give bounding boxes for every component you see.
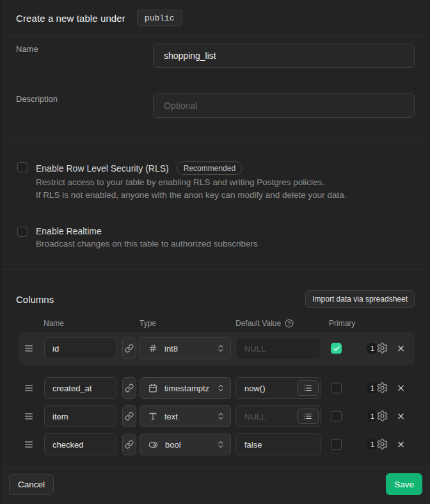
column-settings-button[interactable]: 1 bbox=[367, 342, 392, 355]
column-name-input[interactable] bbox=[44, 337, 116, 359]
column-type-value: bool bbox=[165, 440, 216, 450]
realtime-body: Enable Realtime Broadcast changes on thi… bbox=[36, 226, 258, 250]
gear-icon bbox=[376, 342, 388, 354]
gear-icon bbox=[376, 410, 388, 422]
column-row-checked: bool 1 bbox=[16, 430, 415, 459]
remove-column-button[interactable] bbox=[396, 412, 406, 421]
column-header-default-label: Default Value bbox=[235, 319, 281, 328]
column-header-default: Default Value bbox=[235, 319, 294, 328]
column-default-input[interactable] bbox=[235, 337, 321, 359]
primary-checkbox[interactable] bbox=[331, 439, 342, 450]
toggle-icon bbox=[148, 440, 158, 450]
column-name-input[interactable] bbox=[44, 434, 116, 455]
link-icon bbox=[125, 344, 134, 353]
column-type-select[interactable]: text bbox=[139, 405, 231, 427]
column-default-wrap bbox=[235, 337, 321, 359]
chevrons-up-down-icon bbox=[216, 440, 225, 449]
column-type-select[interactable]: bool bbox=[139, 434, 231, 455]
panel-footer: Cancel Save bbox=[1, 467, 430, 504]
realtime-title-row: Enable Realtime bbox=[36, 226, 258, 236]
columns-title: Columns bbox=[16, 294, 54, 305]
foreign-key-button[interactable] bbox=[122, 377, 136, 399]
column-settings-button[interactable]: 1 bbox=[367, 382, 392, 394]
text-type-icon bbox=[148, 412, 157, 421]
drag-handle-icon[interactable] bbox=[24, 343, 34, 354]
remove-column-button[interactable] bbox=[396, 384, 406, 393]
rls-description-line2: If RLS is not enabled, anyone with the a… bbox=[36, 189, 347, 202]
realtime-checkbox[interactable] bbox=[17, 227, 28, 237]
table-description-input[interactable] bbox=[153, 93, 415, 118]
column-type-value: text bbox=[164, 412, 216, 421]
rls-toggle-block: Enable Row Level Security (RLS) Recommen… bbox=[16, 161, 415, 202]
table-name-input[interactable] bbox=[153, 44, 415, 68]
foreign-key-button[interactable] bbox=[122, 405, 136, 427]
column-row-created-at: timestamptz 1 bbox=[16, 374, 415, 402]
gear-icon bbox=[376, 438, 388, 450]
column-row-item: text 1 bbox=[16, 402, 415, 430]
panel-title: Create a new table under bbox=[16, 13, 125, 24]
import-spreadsheet-button[interactable]: Import data via spreadsheet bbox=[305, 290, 415, 308]
list-icon bbox=[303, 384, 312, 393]
save-button[interactable]: Save bbox=[386, 473, 422, 495]
column-default-wrap bbox=[235, 405, 321, 427]
default-suggestions-button[interactable] bbox=[297, 409, 319, 424]
column-default-input[interactable] bbox=[235, 434, 321, 455]
panel-header: Create a new table under public bbox=[1, 0, 430, 37]
columns-section-header: Columns Import data via spreadsheet bbox=[16, 290, 415, 308]
column-settings-button[interactable]: 1 bbox=[367, 438, 392, 451]
remove-column-button[interactable] bbox=[396, 440, 406, 450]
column-settings-button[interactable]: 1 bbox=[367, 410, 392, 423]
drag-handle-icon[interactable] bbox=[24, 439, 34, 450]
columns-section: Columns Import data via spreadsheet Name… bbox=[1, 290, 430, 466]
primary-checkbox[interactable] bbox=[331, 343, 342, 354]
rls-body: Enable Row Level Security (RLS) Recommen… bbox=[36, 161, 347, 202]
column-name-input[interactable] bbox=[44, 377, 116, 399]
close-icon bbox=[396, 412, 406, 421]
realtime-label: Enable Realtime bbox=[36, 226, 102, 236]
columns-header-row: Name Type Default Value Primary bbox=[16, 319, 415, 328]
chevrons-up-down-icon bbox=[216, 344, 225, 353]
description-label: Description bbox=[16, 93, 153, 118]
schema-badge: public bbox=[137, 10, 182, 26]
column-header-name: Name bbox=[44, 319, 64, 328]
link-icon bbox=[125, 384, 134, 393]
column-rows: int8 1 bbox=[16, 332, 415, 459]
drag-handle-icon[interactable] bbox=[24, 411, 34, 421]
name-field-row: Name bbox=[16, 44, 415, 68]
cancel-button[interactable]: Cancel bbox=[9, 474, 54, 495]
column-default-wrap bbox=[235, 377, 321, 399]
table-info-section: Name Description bbox=[1, 37, 430, 138]
chevrons-up-down-icon bbox=[216, 384, 225, 393]
link-icon bbox=[125, 440, 134, 449]
column-type-select[interactable]: timestamptz bbox=[139, 377, 231, 399]
recommended-badge: Recommended bbox=[177, 161, 243, 175]
column-name-input[interactable] bbox=[44, 405, 116, 427]
primary-checkbox[interactable] bbox=[331, 411, 342, 422]
column-default-wrap bbox=[235, 434, 321, 455]
rls-checkbox[interactable] bbox=[17, 162, 28, 172]
primary-checkbox[interactable] bbox=[331, 383, 342, 394]
close-icon bbox=[396, 440, 406, 450]
column-header-primary: Primary bbox=[329, 319, 355, 328]
hash-icon bbox=[148, 344, 157, 353]
list-icon bbox=[303, 412, 312, 421]
rls-description-line1: Restrict access to your table by enablin… bbox=[36, 176, 347, 189]
foreign-key-button[interactable] bbox=[122, 337, 136, 359]
table-options-section: Enable Row Level Security (RLS) Recommen… bbox=[1, 138, 430, 270]
rls-label: Enable Row Level Security (RLS) bbox=[36, 163, 169, 174]
remove-column-button[interactable] bbox=[396, 344, 406, 354]
name-label: Name bbox=[16, 44, 153, 68]
column-header-type: Type bbox=[139, 319, 156, 328]
rls-description: Restrict access to your table by enablin… bbox=[36, 176, 347, 202]
chevrons-up-down-icon bbox=[216, 412, 225, 421]
gear-icon bbox=[376, 382, 388, 394]
link-icon bbox=[125, 412, 134, 421]
create-table-panel: Create a new table under public Name Des… bbox=[0, 0, 430, 504]
default-suggestions-button[interactable] bbox=[297, 380, 319, 396]
help-circle-icon[interactable] bbox=[285, 319, 294, 328]
drag-handle-icon[interactable] bbox=[24, 383, 34, 393]
foreign-key-button[interactable] bbox=[122, 434, 136, 455]
column-row-id: int8 1 bbox=[16, 332, 415, 365]
column-type-value: timestamptz bbox=[164, 384, 216, 393]
column-type-select[interactable]: int8 bbox=[139, 337, 231, 359]
